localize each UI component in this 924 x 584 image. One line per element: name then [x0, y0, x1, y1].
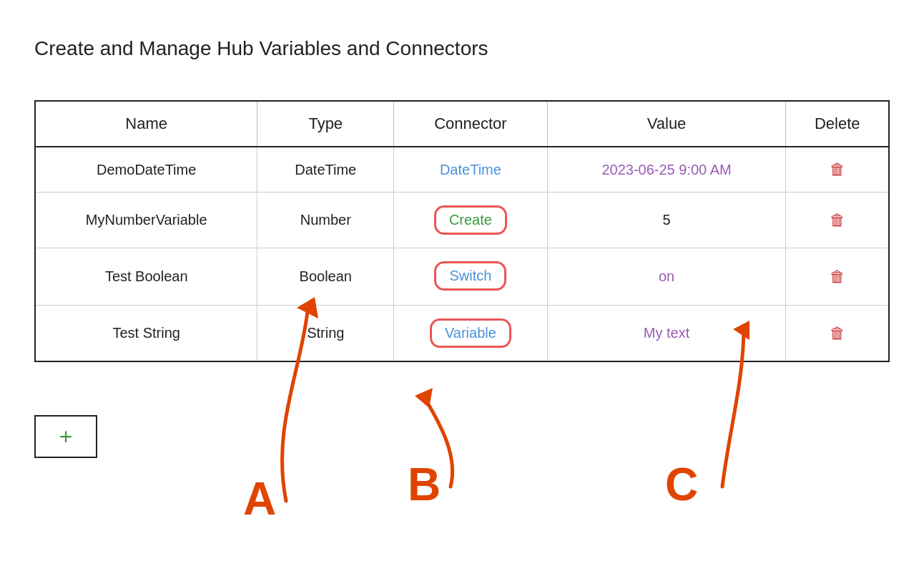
- col-header-connector: Connector: [394, 102, 548, 147]
- table-row: Test String String Variable My text 🗑: [36, 306, 888, 361]
- value-datetime-text: 2023-06-25 9:00 AM: [601, 162, 731, 177]
- cell-name-1: MyNumberVariable: [36, 193, 257, 248]
- col-header-name: Name: [36, 102, 257, 147]
- table-row: DemoDateTime DateTime DateTime 2023-06-2…: [36, 147, 888, 193]
- value-boolean-text: on: [659, 268, 674, 284]
- add-plus-icon: +: [59, 425, 73, 448]
- col-header-delete: Delete: [786, 102, 888, 147]
- cell-name-0: DemoDateTime: [36, 147, 257, 193]
- annotation-label-b: B: [408, 458, 441, 511]
- connector-datetime-link[interactable]: DateTime: [440, 162, 501, 177]
- cell-delete-2[interactable]: 🗑: [786, 248, 888, 306]
- cell-name-2: Test Boolean: [36, 248, 257, 306]
- table-row: Test Boolean Boolean Switch on 🗑: [36, 248, 888, 306]
- table-header-row: Name Type Connector Value Delete: [36, 102, 888, 147]
- cell-connector-0[interactable]: DateTime: [394, 147, 548, 193]
- add-row-button[interactable]: +: [34, 415, 97, 458]
- cell-delete-1[interactable]: 🗑: [786, 193, 888, 248]
- svg-marker-1: [415, 388, 433, 408]
- value-string-text: My text: [644, 325, 689, 341]
- annotation-label-a: A: [243, 472, 276, 525]
- cell-value-0: 2023-06-25 9:00 AM: [547, 147, 786, 193]
- cell-type-2: Boolean: [257, 248, 394, 306]
- page-title: Create and Manage Hub Variables and Conn…: [34, 37, 488, 60]
- cell-value-3: My text: [547, 306, 786, 361]
- cell-name-3: Test String: [36, 306, 257, 361]
- connector-variable-button[interactable]: Variable: [430, 318, 511, 348]
- annotation-label-c: C: [665, 458, 698, 511]
- delete-icon[interactable]: 🗑: [830, 160, 845, 178]
- cell-type-3: String: [257, 306, 394, 361]
- col-header-type: Type: [257, 102, 394, 147]
- cell-connector-3[interactable]: Variable: [394, 306, 548, 361]
- cell-type-0: DateTime: [257, 147, 394, 193]
- cell-value-2: on: [547, 248, 786, 306]
- col-header-value: Value: [547, 102, 786, 147]
- cell-type-1: Number: [257, 193, 394, 248]
- delete-icon[interactable]: 🗑: [830, 211, 845, 229]
- variables-table-container: Name Type Connector Value Delete DemoDat…: [34, 100, 890, 362]
- value-number-text: 5: [662, 212, 670, 228]
- cell-delete-0[interactable]: 🗑: [786, 147, 888, 193]
- delete-icon[interactable]: 🗑: [830, 324, 845, 342]
- connector-switch-button[interactable]: Switch: [434, 261, 506, 291]
- variables-table: Name Type Connector Value Delete DemoDat…: [36, 102, 888, 361]
- connector-create-button[interactable]: Create: [434, 205, 507, 235]
- cell-value-1: 5: [547, 193, 786, 248]
- cell-connector-1[interactable]: Create: [394, 193, 548, 248]
- cell-delete-3[interactable]: 🗑: [786, 306, 888, 361]
- table-row: MyNumberVariable Number Create 5 🗑: [36, 193, 888, 248]
- delete-icon[interactable]: 🗑: [830, 268, 845, 286]
- cell-connector-2[interactable]: Switch: [394, 248, 548, 306]
